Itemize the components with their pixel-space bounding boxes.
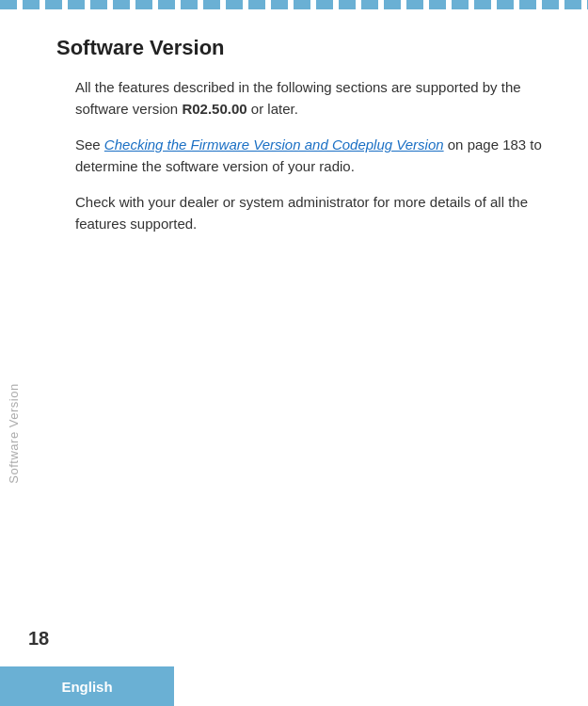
side-label-container: Software Version	[0, 358, 26, 508]
paragraph-3: Check with your dealer or system adminis…	[75, 192, 560, 234]
language-label: English	[61, 679, 112, 695]
top-decorative-border	[0, 0, 588, 9]
page-number: 18	[28, 628, 49, 650]
paragraph-2-before: See	[75, 136, 104, 152]
firmware-link[interactable]: Checking the Firmware Version and Codepl…	[104, 136, 444, 152]
side-label-text: Software Version	[7, 383, 21, 483]
page-title: Software Version	[56, 36, 560, 60]
content-block: All the features described in the follow…	[75, 77, 560, 234]
paragraph-1: All the features described in the follow…	[75, 77, 560, 120]
version-bold: R02.50.00	[182, 101, 246, 117]
paragraph-2: See Checking the Firmware Version and Co…	[75, 135, 560, 177]
paragraph-1-after: or later.	[247, 101, 298, 117]
language-bar: English	[0, 666, 174, 706]
